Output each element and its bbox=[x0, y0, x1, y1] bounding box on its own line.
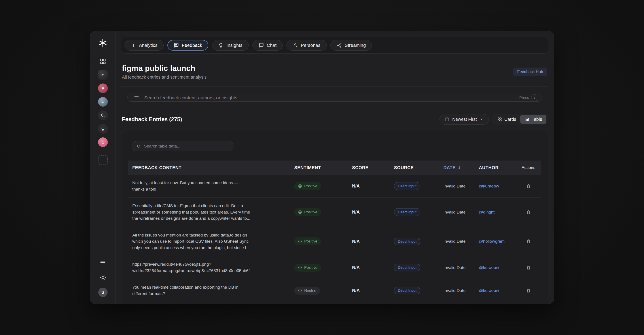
table-row: Not fully, at least for now. But you spa… bbox=[128, 175, 541, 198]
swirl-icon bbox=[100, 140, 105, 145]
sort-label: Newest First bbox=[452, 117, 477, 122]
tab-personas[interactable]: Personas bbox=[286, 40, 327, 50]
date-header-label: DATE bbox=[444, 165, 456, 170]
author-link[interactable]: @kuraeow bbox=[479, 184, 499, 188]
tab-label: Insights bbox=[226, 42, 242, 48]
smiley-icon bbox=[298, 184, 302, 188]
column-header-source[interactable]: SOURCE bbox=[390, 165, 439, 170]
table-icon bbox=[524, 117, 529, 122]
source-badge: Direct Input bbox=[394, 182, 420, 190]
workspace-avatar-red[interactable] bbox=[98, 84, 108, 93]
entries-controls: Newest First Cards Table bbox=[440, 114, 547, 124]
table-header-row: FEEDBACK CONTENT SENTIMENT SCORE SOURCE … bbox=[128, 160, 541, 175]
global-search: Press / bbox=[127, 94, 542, 102]
feedback-hub-badge[interactable]: Feedback Hub bbox=[513, 68, 547, 76]
wave-icon bbox=[100, 99, 105, 104]
table-search-input[interactable] bbox=[144, 144, 229, 148]
user-avatar[interactable]: S bbox=[98, 288, 108, 297]
search-icon bbox=[136, 144, 141, 148]
scribble-icon bbox=[100, 72, 105, 77]
table-row: Essentially a file/CMS for Figma that cl… bbox=[128, 198, 541, 227]
hamburger-icon bbox=[100, 259, 106, 266]
sentiment-badge: Positive bbox=[294, 264, 321, 272]
column-header-actions: Actions bbox=[516, 165, 541, 170]
column-header-date[interactable]: DATE bbox=[439, 165, 474, 170]
source-badge: Direct Input bbox=[394, 208, 420, 216]
smiley-icon bbox=[298, 240, 302, 244]
trash-icon bbox=[526, 239, 531, 244]
column-header-score[interactable]: SCORE bbox=[348, 165, 390, 170]
page-subtitle: All feedback entries and sentiment analy… bbox=[122, 75, 207, 80]
column-header-sentiment[interactable]: SENTIMENT bbox=[290, 165, 348, 170]
view-cards-button[interactable]: Cards bbox=[493, 115, 520, 124]
sun-icon bbox=[100, 274, 106, 281]
delete-entry-button[interactable] bbox=[524, 263, 533, 272]
view-table-label: Table bbox=[532, 117, 542, 122]
shortcut-hint-text: Press bbox=[520, 96, 529, 100]
table-search bbox=[132, 141, 234, 151]
heart-icon bbox=[100, 86, 105, 91]
filter-icon[interactable] bbox=[134, 95, 139, 101]
tab-analytics[interactable]: Analytics bbox=[124, 40, 164, 50]
date-cell: Invalid Date bbox=[439, 239, 474, 244]
global-search-input[interactable] bbox=[144, 95, 514, 100]
view-table-button[interactable]: Table bbox=[520, 115, 546, 124]
feedback-content-cell: Essentially a file/CMS for Figma that cl… bbox=[128, 203, 252, 222]
date-cell: Invalid Date bbox=[439, 265, 474, 270]
bar-chart-icon bbox=[131, 42, 136, 48]
workspace-avatar-lightbulb[interactable] bbox=[98, 124, 108, 134]
entries-bar: Feedback Entries (275) Newest First Card… bbox=[121, 114, 548, 124]
view-cards-label: Cards bbox=[504, 117, 516, 122]
workspace-avatar-sketch[interactable] bbox=[98, 70, 108, 80]
workspace-avatar-blue[interactable] bbox=[98, 97, 108, 107]
page-header: figma public launch All feedback entries… bbox=[121, 64, 548, 80]
meh-icon bbox=[298, 288, 302, 292]
sentiment-badge: Positive bbox=[294, 182, 321, 190]
sentiment-label: Positive bbox=[304, 210, 317, 214]
author-link[interactable]: @kuraeow bbox=[479, 288, 499, 293]
trash-icon bbox=[526, 184, 531, 188]
delete-entry-button[interactable] bbox=[524, 237, 533, 246]
app-logo-icon bbox=[98, 38, 108, 48]
table-row: You mean real-time collaboration and exp… bbox=[128, 279, 541, 302]
delete-entry-button[interactable] bbox=[524, 208, 533, 217]
workspace-avatar-search[interactable] bbox=[98, 110, 108, 120]
share-icon bbox=[336, 42, 342, 48]
tab-label: Analytics bbox=[139, 42, 158, 48]
author-link[interactable]: @hollowgram bbox=[479, 239, 504, 244]
smiley-icon bbox=[298, 266, 302, 270]
sidebar-item-dashboard[interactable] bbox=[98, 56, 108, 66]
column-header-author[interactable]: AUTHOR bbox=[474, 165, 516, 170]
shortcut-key: / bbox=[531, 94, 538, 101]
table-row: All the issues you mention are tackled b… bbox=[128, 227, 541, 256]
chevron-down-icon bbox=[480, 117, 484, 121]
delete-entry-button[interactable] bbox=[524, 182, 533, 190]
tab-chat[interactable]: Chat bbox=[252, 40, 283, 50]
lightbulb-icon bbox=[218, 42, 224, 48]
source-badge: Direct Input bbox=[394, 238, 420, 245]
theme-toggle-button[interactable] bbox=[98, 273, 108, 282]
tab-streaming[interactable]: Streaming bbox=[330, 40, 372, 50]
workspace-avatar-pink[interactable] bbox=[98, 137, 108, 147]
sort-dropdown[interactable]: Newest First bbox=[440, 114, 489, 124]
author-link[interactable]: @dlnqnt bbox=[479, 210, 494, 214]
sentiment-label: Positive bbox=[304, 266, 317, 270]
sentiment-label: Positive bbox=[304, 239, 317, 244]
trash-icon bbox=[526, 210, 531, 215]
sidebar: S bbox=[90, 31, 116, 304]
add-workspace-button[interactable] bbox=[98, 155, 108, 165]
tab-feedback[interactable]: Feedback bbox=[168, 40, 208, 50]
delete-entry-button[interactable] bbox=[524, 286, 533, 295]
feedback-content-cell: You mean real-time collaboration and exp… bbox=[128, 284, 252, 297]
tab-label: Streaming bbox=[345, 42, 366, 48]
author-link[interactable]: @kuraeow bbox=[479, 265, 499, 270]
feedback-content-cell: https://preview.redd.it/4e4u75voe5jf1.pn… bbox=[128, 261, 252, 274]
column-header-content[interactable]: FEEDBACK CONTENT bbox=[128, 165, 290, 170]
lightbulb-icon bbox=[100, 126, 105, 131]
tab-insights[interactable]: Insights bbox=[212, 40, 248, 50]
tab-label: Chat bbox=[267, 42, 276, 48]
date-cell: Invalid Date bbox=[439, 184, 474, 188]
plus-icon bbox=[101, 158, 105, 162]
sidebar-menu-button[interactable] bbox=[98, 258, 108, 268]
search-icon bbox=[100, 113, 105, 118]
